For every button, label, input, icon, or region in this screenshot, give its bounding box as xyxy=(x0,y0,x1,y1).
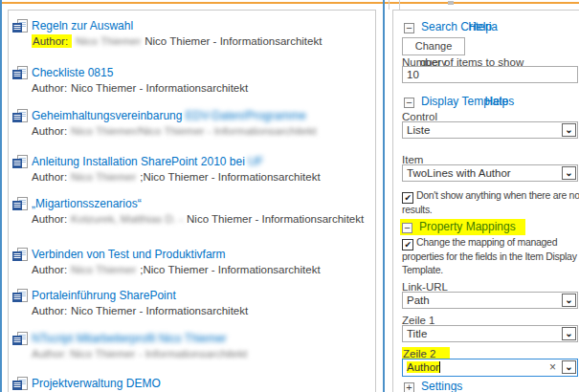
result-title-link[interactable]: Geheimhaltungsvereinbarung xyxy=(32,109,186,122)
collapse-icon[interactable]: − xyxy=(404,23,414,33)
screenshot-root: Regeln zur Auswahl Author:Nico ThiemerNi… xyxy=(0,0,579,392)
word-document-icon xyxy=(12,248,28,263)
checkbox-checked-icon[interactable]: ✔ xyxy=(402,239,413,250)
zeile1-dropdown-value: Title xyxy=(407,328,427,339)
blurred-author-text: Nico Thiemer xyxy=(71,171,136,183)
author-label: Author: xyxy=(32,171,67,183)
blurred-title-text[interactable]: UF xyxy=(248,155,263,168)
author-label: Author: xyxy=(32,213,67,225)
result-title-link[interactable]: Anleitung Installation SharePoint 2010 b… xyxy=(32,155,248,168)
number-of-items-input[interactable] xyxy=(402,66,578,83)
author-text: Nico Thiemer - Informationsarchitekt xyxy=(187,213,364,225)
list-item: Regeln zur Auswahl Author:Nico ThiemerNi… xyxy=(9,19,375,48)
word-document-icon xyxy=(12,155,28,170)
checkbox-checked-icon[interactable]: ✔ xyxy=(402,192,413,204)
result-author-line: Author:Nico Thiemer/Nico Thiemer - Infor… xyxy=(32,124,375,138)
section-header-settings: +Settings xyxy=(404,380,462,392)
section-header-display-templates: −Display Templates Help xyxy=(404,95,514,108)
collapse-icon[interactable]: − xyxy=(402,223,412,233)
decoration xyxy=(399,0,400,10)
webpart-zone-top-border xyxy=(2,2,579,4)
zeile1-dropdown[interactable]: Title ⌄ xyxy=(402,325,578,342)
zeile2-combobox-value: Author xyxy=(407,361,439,373)
author-label-highlighted: Author: xyxy=(32,34,72,48)
no-results-checkbox[interactable]: ✔Don't show anything when there are no r… xyxy=(402,189,579,217)
author-text: Nico Thiemer - Informationsarchitekt xyxy=(71,305,248,316)
chevron-down-icon[interactable]: ⌄ xyxy=(562,294,576,307)
blurred-author-text: Kotzurek, Matthias D. - xyxy=(71,213,183,225)
section-header-search-criteria: −Search Criteria Help xyxy=(404,20,498,33)
result-title-link[interactable]: Portaleinführung SharePoint xyxy=(32,289,176,302)
link-url-dropdown[interactable]: Path ⌄ xyxy=(402,292,578,309)
result-author-line: Author:Kotzurek, Matthias D. -Nico Thiem… xyxy=(32,212,375,226)
blurred-author-text: Nico Thiemer xyxy=(71,264,136,275)
chevron-down-icon[interactable]: ⌄ xyxy=(562,123,576,137)
word-document-icon xyxy=(12,109,28,124)
result-title-link[interactable]: Regeln zur Auswahl xyxy=(32,19,133,33)
help-link[interactable]: Help xyxy=(484,95,508,108)
list-item: Checkliste 0815 Author:Nico Thiemer - In… xyxy=(9,66,375,95)
help-link[interactable]: Help xyxy=(468,20,492,33)
result-author-line: Author:Nico Thiemer - Informationsarchit… xyxy=(32,304,375,317)
word-document-icon xyxy=(12,289,28,304)
author-text: Nico Thiemer - Informationsarchitekt xyxy=(71,82,248,94)
list-item: Verbinden von Test und Produktivfarm Aut… xyxy=(9,248,375,276)
result-title-link[interactable]: „Migartionsszenarios“ xyxy=(32,197,142,210)
list-item: NTscript Mitarbeiterprofil Nico Thiemer … xyxy=(9,332,375,360)
author-label: Author: xyxy=(32,125,67,137)
blurred-title-text[interactable]: EDV-Daten/Programme xyxy=(186,109,306,122)
text-cursor xyxy=(439,361,440,373)
webpart-tool-pane: −Search Criteria Help Change query Numbe… xyxy=(392,10,579,392)
link-url-dropdown-value: Path xyxy=(407,294,430,306)
word-document-icon xyxy=(12,332,28,347)
author-label: Author: xyxy=(32,264,67,275)
page-left-edge-line xyxy=(0,0,2,392)
list-item: Projektverwaltung DEMO xyxy=(9,377,375,390)
item-dropdown[interactable]: TwoLines with Author ⌄ xyxy=(402,164,578,182)
list-item: „Migartionsszenarios“ Author:Kotzurek, M… xyxy=(9,197,375,226)
change-mapping-checkbox[interactable]: ✔Change the mapping of managed propertie… xyxy=(402,236,579,276)
author-text: ;Nico Thiemer - Informationsarchitekt xyxy=(140,264,320,275)
blurred-author-text: Author: Nico Thiemer - Informationsarchi… xyxy=(32,348,247,359)
result-author-line: Author:Nico ThiemerNico Thiemer - Inform… xyxy=(32,34,375,48)
word-document-icon xyxy=(12,19,28,34)
word-document-icon xyxy=(12,197,28,212)
author-label: Author: xyxy=(32,82,67,94)
list-item: Geheimhaltungsvereinbarung EDV-Daten/Pro… xyxy=(9,109,375,138)
control-dropdown[interactable]: Liste ⌄ xyxy=(402,121,578,139)
result-author-line: Author:Nico Thiemer;Nico Thiemer - Infor… xyxy=(32,263,375,276)
blurred-author-text: Nico Thiemer xyxy=(76,35,141,47)
word-document-icon xyxy=(12,66,28,81)
section-title-property-mappings[interactable]: Property Mappings xyxy=(419,220,516,233)
word-document-icon xyxy=(12,377,28,392)
result-author-line: Author:Nico Thiemer - Informationsarchit… xyxy=(32,81,375,95)
section-header-property-mappings: −Property Mappings xyxy=(400,220,525,233)
decoration xyxy=(389,0,390,10)
item-dropdown-value: TwoLines with Author xyxy=(407,167,511,179)
author-text: Nico Thiemer - Informationsarchitekt xyxy=(145,35,322,47)
chevron-down-icon[interactable]: ⌄ xyxy=(562,327,576,340)
list-item: Anleitung Installation SharePoint 2010 b… xyxy=(9,155,375,184)
chevron-down-icon[interactable]: ⌄ xyxy=(562,166,576,180)
section-title-settings[interactable]: Settings xyxy=(421,380,462,392)
clear-icon[interactable]: × xyxy=(549,360,556,374)
checkbox-label: results. xyxy=(402,204,579,217)
expand-icon[interactable]: + xyxy=(404,382,414,392)
checkbox-label: Change the mapping of managed xyxy=(416,236,557,248)
result-author-line: Author: Nico Thiemer - Informationsarchi… xyxy=(32,347,375,360)
result-title-link[interactable]: Verbinden von Test und Produktivfarm xyxy=(32,248,226,261)
result-title-link[interactable]: Checkliste 0815 xyxy=(32,66,113,79)
author-label: Author: xyxy=(32,305,67,316)
collapse-icon[interactable]: − xyxy=(404,98,414,108)
checkbox-label: Don't show anything when there are no xyxy=(416,189,579,201)
control-dropdown-value: Liste xyxy=(407,124,430,136)
zeile2-combobox[interactable]: Author × ⌄ xyxy=(402,359,578,377)
blurred-author-text: Nico Thiemer/Nico Thiemer - Informations… xyxy=(71,125,317,137)
blurred-title-text[interactable]: NTscript Mitarbeiterprofil Nico Thiemer xyxy=(32,332,227,345)
result-title-link[interactable]: Projektverwaltung DEMO xyxy=(32,377,161,390)
chevron-down-icon[interactable]: ⌄ xyxy=(562,360,576,374)
change-query-button[interactable]: Change query xyxy=(402,37,465,55)
list-item: Portaleinführung SharePoint Author:Nico … xyxy=(9,289,375,317)
checkbox-label: Template. xyxy=(402,264,579,277)
decoration xyxy=(448,1,454,5)
